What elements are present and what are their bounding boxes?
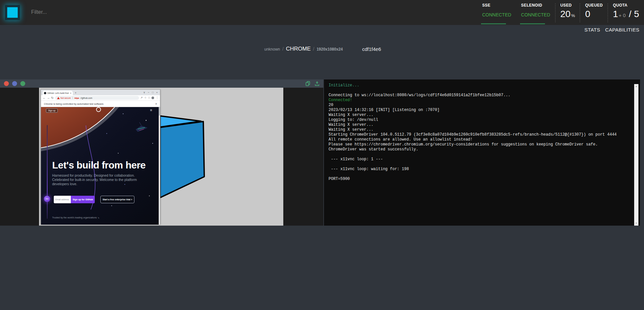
github-favicon: [44, 92, 46, 94]
used-label: USED: [560, 3, 575, 8]
share-icon[interactable]: ↗: [140, 97, 143, 99]
log-line: Initialize...: [329, 83, 630, 88]
toolbar-right-icons: ↗ ☆ □ ⋮: [140, 97, 158, 99]
log-line: Waiting X server...: [329, 113, 630, 118]
back-icon[interactable]: ←: [43, 97, 46, 100]
enterprise-trial-button[interactable]: Start a free enterprise trial >: [100, 196, 134, 203]
view-tabs: STATS CAPABILITIES: [584, 27, 639, 33]
reload-icon[interactable]: ↻: [51, 97, 54, 100]
log-line: 2023/02/13 14:32:16 [INIT] [Listening on…: [329, 108, 630, 113]
new-tab-button[interactable]: +: [75, 91, 76, 95]
tab-capabilities[interactable]: CAPABILITIES: [605, 27, 639, 33]
bookmark-star-icon[interactable]: ☆: [144, 97, 147, 99]
queued-value: 0: [585, 9, 603, 19]
log-pane[interactable]: Initialize... Connecting to ws://localho…: [324, 79, 640, 226]
browser-menu-icon[interactable]: ⋮: [156, 97, 158, 99]
selenoid-status: SELENOID CONNECTED: [516, 0, 555, 25]
email-input[interactable]: [54, 196, 71, 203]
github-logo-icon[interactable]: [96, 107, 101, 112]
signup-github-button[interactable]: Sign up for GitHub: [71, 196, 95, 203]
log-line: Waiting X server...: [329, 127, 630, 132]
used-value: 20%: [560, 9, 575, 19]
url-scheme: https: [74, 97, 79, 99]
scroll-up-icon[interactable]: ▲: [634, 85, 638, 88]
tab-close-icon[interactable]: ×: [70, 92, 71, 95]
minimize-window-button[interactable]: [12, 81, 17, 86]
upload-icon[interactable]: [315, 81, 319, 86]
log-line: [329, 172, 630, 177]
infobar-message: Chrome is being controlled by automated …: [44, 102, 104, 105]
trusted-caption: Trusted by the world's leading organizat…: [52, 216, 99, 219]
sse-label: SSE: [482, 3, 511, 8]
remote-screen[interactable]: GitHub: Let's build from he... × + ∨ − □…: [39, 88, 283, 226]
quota-pending: + 0: [618, 12, 626, 18]
session-row[interactable]: unknown / CHROME / 1920x1080x24 cdf1f4e6: [264, 45, 381, 53]
browser-window-controls: ∨ − □ ×: [143, 90, 160, 95]
quota-label: QUOTA: [613, 3, 639, 8]
not-secure-icon: [57, 97, 60, 99]
quota-value: 1+ 0 / 5: [613, 9, 639, 19]
vnc-titlebar-icons: [306, 81, 319, 86]
log-line: PORT=5900: [329, 177, 630, 182]
log-line: [329, 162, 630, 167]
quota-current: 1: [613, 9, 618, 19]
tab-stats[interactable]: STATS: [584, 27, 600, 33]
log-line: [329, 88, 630, 93]
log-line: Starting ChromeDriver 104.0.5112.79 (3cf…: [329, 132, 630, 137]
close-window-button[interactable]: [4, 81, 9, 86]
hero-heading: Let's build from here: [52, 160, 151, 171]
maximize-window-button[interactable]: [20, 81, 25, 86]
github-hero-page: Sign up ≡ Let's build from here Harnesse…: [41, 107, 160, 225]
tab-switcher-icon[interactable]: □: [148, 97, 150, 99]
selenoid-ui-app: SSE CONNECTED SELENOID CONNECTED USED 20…: [0, 0, 644, 310]
log-line: Connecting to ws://localhost:8080/ws/log…: [329, 93, 630, 98]
status-panel: SSE CONNECTED SELENOID CONNECTED USED 20…: [477, 0, 644, 25]
url-divider: [72, 97, 73, 99]
log-line: Connected!: [329, 98, 630, 103]
browser-close-icon[interactable]: ×: [156, 91, 158, 94]
vnc-pane: GitHub: Let's build from he... × + ∨ − □…: [0, 79, 323, 226]
sse-value: CONNECTED: [482, 12, 511, 17]
timeline-line-decoration: [47, 125, 48, 219]
scroll-down-icon[interactable]: ▼: [634, 222, 638, 225]
page-scrollbar[interactable]: [159, 107, 160, 225]
log-line: --- x11vnc loop: 1 ---: [329, 157, 630, 162]
browser-tab-title: GitHub: Let's build from he...: [47, 92, 69, 94]
queued-label: QUEUED: [585, 3, 603, 8]
hamburger-menu-icon[interactable]: ≡: [150, 108, 152, 112]
log-line: --- x11vnc loop: waiting for: 198: [329, 167, 630, 172]
vnc-content: GitHub: Let's build from he... × + ∨ − □…: [0, 88, 323, 226]
filter-input[interactable]: [31, 7, 169, 17]
used-unit: %: [571, 13, 575, 18]
selenoid-value: CONNECTED: [521, 12, 550, 17]
log-scrollbar[interactable]: ▲ ▼: [634, 84, 638, 226]
forward-icon[interactable]: →: [47, 97, 50, 100]
profile-chevron-icon[interactable]: ∨: [143, 91, 145, 94]
log-line: ChromeDriver was started successfully.: [329, 147, 630, 152]
separator: /: [282, 46, 284, 52]
browser-minimize-icon[interactable]: −: [148, 91, 150, 94]
code-icon: <>: [44, 196, 50, 202]
app-logo-icon[interactable]: [5, 5, 20, 20]
quota-total: / 5: [629, 9, 639, 19]
queued-stat: QUEUED 0: [580, 0, 608, 25]
selenoid-label: SELENOID: [521, 3, 550, 8]
quota-stat: QUOTA 1+ 0 / 5: [608, 0, 644, 25]
browser-tabstrip: GitHub: Let's build from he... × + ∨ − □…: [41, 90, 160, 95]
url-bar[interactable]: Not secure https ://github.com: [55, 96, 139, 100]
url-host: ://github.com: [80, 97, 92, 99]
hero-signup-button[interactable]: Sign up: [46, 108, 58, 113]
session-id-link[interactable]: cdf1f4e6: [362, 46, 381, 52]
infobar-close-icon[interactable]: ×: [155, 102, 157, 106]
browser-maximize-icon[interactable]: □: [152, 91, 153, 94]
log-line: 20: [329, 103, 630, 108]
log-line: Waiting X server...: [329, 122, 630, 127]
session-owner: unknown: [264, 47, 280, 52]
copy-icon[interactable]: [306, 81, 310, 86]
log-line: [329, 152, 630, 157]
profile-avatar[interactable]: [151, 97, 154, 99]
browser-tab[interactable]: GitHub: Let's build from he... ×: [43, 91, 73, 95]
session-browser: CHROME: [286, 46, 311, 52]
log-lines: Initialize... Connecting to ws://localho…: [329, 83, 630, 182]
hero-tagline: Harnessed for productivity. Designed for…: [52, 173, 145, 186]
